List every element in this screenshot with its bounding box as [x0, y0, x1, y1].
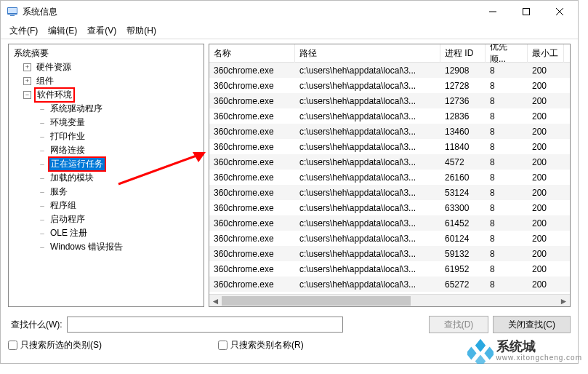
tree-tasks[interactable]: –正在运行任务: [9, 157, 204, 171]
leaf-icon: –: [38, 174, 47, 182]
svg-rect-4: [523, 9, 530, 15]
cell-min: 200: [528, 202, 564, 215]
tree-werr[interactable]: –Windows 错误报告: [9, 240, 204, 254]
cell-name: 360chrome.exe: [209, 64, 295, 77]
cell-pid: 53124: [440, 186, 486, 199]
cell-pid: 63300: [440, 202, 486, 215]
col-path[interactable]: 路径: [295, 44, 440, 63]
task-table: 名称 路径 进程 ID 优先顺... 最小工 360chrome.exec:\u…: [209, 44, 571, 307]
search-input[interactable]: [67, 317, 343, 333]
leaf-icon: –: [38, 188, 47, 196]
cell-name: 360chrome.exe: [209, 278, 295, 291]
table-row[interactable]: 360chrome.exec:\users\heh\appdata\local\…: [209, 200, 570, 215]
table-row[interactable]: 360chrome.exec:\users\heh\appdata\local\…: [209, 246, 570, 261]
tree-drivers[interactable]: –系统驱动程序: [9, 102, 204, 116]
search-label: 查找什么(W):: [11, 319, 63, 331]
leaf-icon: –: [38, 146, 47, 154]
scroll-thumb[interactable]: [222, 296, 411, 306]
cell-prio: 8: [486, 140, 528, 154]
table-row[interactable]: 360chrome.exec:\users\heh\appdata\local\…: [209, 93, 570, 108]
cell-pid: 61952: [440, 263, 486, 276]
cell-min: 200: [528, 186, 564, 199]
titlebar: 系统信息: [1, 1, 578, 23]
cell-path: c:\users\heh\appdata\local\3...: [295, 95, 440, 108]
cell-pid: 12728: [440, 79, 486, 92]
tree-root[interactable]: 系统摘要: [9, 47, 204, 60]
table-row[interactable]: 360chrome.exec:\users\heh\appdata\local\…: [209, 261, 570, 276]
table-row[interactable]: 360chrome.exec:\users\heh\appdata\local\…: [209, 78, 570, 93]
cell-path: c:\users\heh\appdata\local\3...: [295, 140, 440, 154]
tree-ole[interactable]: –OLE 注册: [9, 226, 204, 240]
expand-icon[interactable]: +: [23, 63, 31, 71]
cell-min: 200: [528, 232, 564, 245]
menu-edit[interactable]: 编辑(E): [44, 23, 81, 39]
category-tree[interactable]: 系统摘要 +硬件资源 +组件 −软件环境 –系统驱动程序 –环境变量 –打印作业…: [8, 44, 204, 307]
scroll-right-icon[interactable]: ►: [557, 295, 570, 307]
col-min[interactable]: 最小工: [528, 44, 564, 63]
col-pid[interactable]: 进程 ID: [440, 44, 486, 63]
minimize-button[interactable]: [476, 1, 510, 23]
only-selected-checkbox[interactable]: 只搜索所选的类别(S): [8, 339, 102, 351]
only-catname-checkbox[interactable]: 只搜索类别名称(R): [218, 339, 304, 351]
col-name[interactable]: 名称: [209, 44, 295, 63]
cell-path: c:\users\heh\appdata\local\3...: [295, 202, 440, 215]
cell-prio: 8: [486, 278, 528, 291]
expand-icon[interactable]: +: [23, 77, 31, 85]
cell-pid: 60124: [440, 232, 486, 245]
cell-path: c:\users\heh\appdata\local\3...: [295, 186, 440, 199]
cell-path: c:\users\heh\appdata\local\3...: [295, 110, 440, 123]
cell-path: c:\users\heh\appdata\local\3...: [295, 156, 440, 169]
table-row[interactable]: 360chrome.exec:\users\heh\appdata\local\…: [209, 215, 570, 231]
cell-name: 360chrome.exe: [209, 110, 295, 123]
horizontal-scrollbar[interactable]: ◄ ►: [209, 294, 570, 306]
close-find-button[interactable]: 关闭查找(C): [493, 316, 571, 333]
leaf-icon: –: [38, 229, 47, 237]
tree-modules[interactable]: –加载的模块: [9, 171, 204, 185]
tree-hardware[interactable]: +硬件资源: [9, 60, 204, 74]
cell-path: c:\users\heh\appdata\local\3...: [295, 263, 440, 276]
cell-name: 360chrome.exe: [209, 217, 295, 230]
scroll-left-icon[interactable]: ◄: [209, 295, 222, 307]
tree-print[interactable]: –打印作业: [9, 130, 204, 143]
tree-groups[interactable]: –程序组: [9, 199, 204, 212]
table-row[interactable]: 360chrome.exec:\users\heh\appdata\local\…: [209, 276, 570, 292]
collapse-icon[interactable]: −: [23, 91, 31, 99]
table-row[interactable]: 360chrome.exec:\users\heh\appdata\local\…: [209, 63, 570, 78]
table-row[interactable]: 360chrome.exec:\users\heh\appdata\local\…: [209, 170, 570, 185]
tree-services[interactable]: –服务: [9, 185, 204, 199]
leaf-icon: –: [38, 105, 47, 113]
cell-name: 360chrome.exe: [209, 140, 295, 154]
tree-components[interactable]: +组件: [9, 74, 204, 88]
table-row[interactable]: 360chrome.exec:\users\heh\appdata\local\…: [209, 139, 570, 154]
menu-help[interactable]: 帮助(H): [122, 23, 161, 39]
find-button[interactable]: 查找(D): [429, 316, 489, 333]
cell-path: c:\users\heh\appdata\local\3...: [295, 247, 440, 260]
cell-pid: 12908: [440, 64, 486, 77]
tree-env[interactable]: –环境变量: [9, 116, 204, 130]
cell-pid: 65272: [440, 278, 486, 291]
tree-software-env[interactable]: −软件环境: [9, 88, 204, 102]
cell-path: c:\users\heh\appdata\local\3...: [295, 79, 440, 92]
table-row[interactable]: 360chrome.exec:\users\heh\appdata\local\…: [209, 108, 570, 124]
cell-path: c:\users\heh\appdata\local\3...: [295, 217, 440, 230]
search-footer: 查找什么(W): 查找(D) 关闭查找(C) 只搜索所选的类别(S) 只搜索类别…: [1, 311, 578, 356]
cell-path: c:\users\heh\appdata\local\3...: [295, 64, 440, 77]
table-row[interactable]: 360chrome.exec:\users\heh\appdata\local\…: [209, 124, 570, 139]
tree-startup[interactable]: –启动程序: [9, 212, 204, 226]
table-row[interactable]: 360chrome.exec:\users\heh\appdata\local\…: [209, 185, 570, 200]
cell-prio: 8: [486, 125, 528, 138]
scroll-track[interactable]: [222, 295, 557, 306]
tree-net[interactable]: –网络连接: [9, 143, 204, 157]
table-row[interactable]: 360chrome.exec:\users\heh\appdata\local\…: [209, 231, 570, 246]
menu-view[interactable]: 查看(V): [83, 23, 121, 39]
cell-min: 200: [528, 110, 564, 123]
cell-prio: 8: [486, 186, 528, 199]
maximize-button[interactable]: [510, 1, 543, 23]
table-row[interactable]: 360chrome.exec:\users\heh\appdata\local\…: [209, 154, 570, 170]
close-button[interactable]: [543, 1, 576, 23]
table-body[interactable]: 360chrome.exec:\users\heh\appdata\local\…: [209, 63, 570, 294]
cell-prio: 8: [486, 247, 528, 260]
cell-min: 200: [528, 125, 564, 138]
menu-file[interactable]: 文件(F): [5, 23, 42, 39]
cell-name: 360chrome.exe: [209, 232, 295, 245]
